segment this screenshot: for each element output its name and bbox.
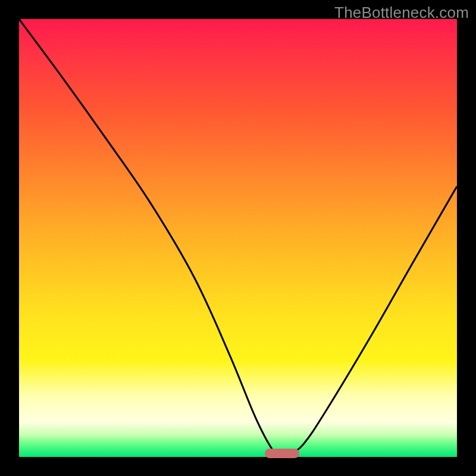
bottleneck-curve (19, 19, 457, 457)
chart-frame: TheBottleneck.com (0, 0, 476, 476)
watermark-text: TheBottleneck.com (334, 4, 469, 22)
gradient-plot-area (19, 19, 457, 457)
optimal-marker (265, 449, 299, 458)
curve-path (19, 19, 457, 455)
